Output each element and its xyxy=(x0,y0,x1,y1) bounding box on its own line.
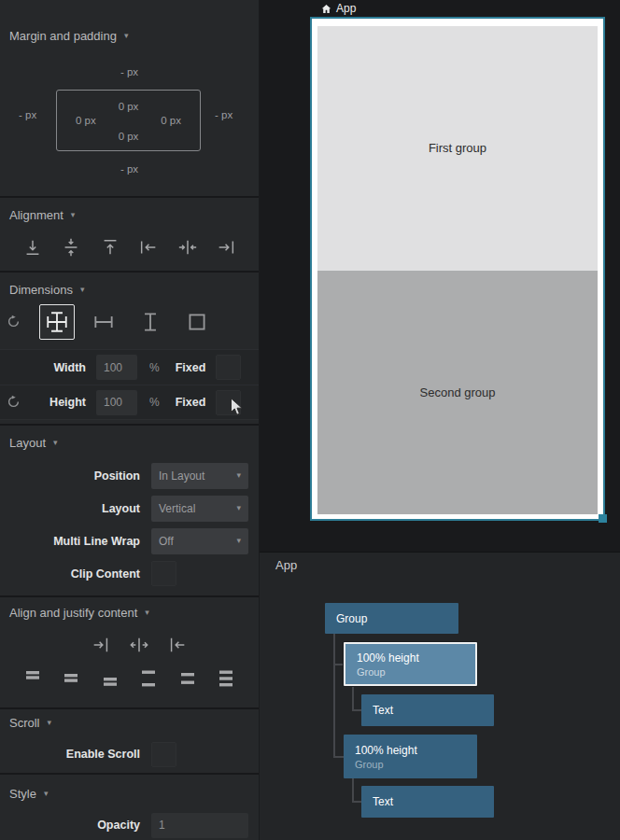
alignment-icon-row xyxy=(22,237,236,258)
section-title: Dimensions xyxy=(9,283,73,297)
section-title: Align and justify content xyxy=(9,606,137,620)
hierarchy-panel: App Group 100% height Group Text 100% he… xyxy=(260,552,620,840)
tree-node-100-height-selected[interactable]: 100% height Group xyxy=(344,642,477,686)
align-top-button[interactable] xyxy=(100,237,120,258)
section-header-layout[interactable]: Layout ▾ xyxy=(9,435,58,450)
reset-icon xyxy=(7,395,21,409)
padding-right-value[interactable]: 0 px xyxy=(161,114,181,127)
app-preview-frame[interactable]: First group Second group xyxy=(310,17,605,521)
tree-node-label: Group xyxy=(336,612,367,625)
app-root: Margin and padding ▾ - px - px - px - px… xyxy=(0,0,620,840)
align-center-button[interactable] xyxy=(177,237,198,258)
home-icon xyxy=(321,4,331,14)
section-style: Style ▾ Opacity xyxy=(0,775,259,840)
section-header-margin-padding[interactable]: Margin and padding ▾ xyxy=(9,28,128,43)
content-center-button[interactable] xyxy=(61,668,81,689)
size-fill-height-button[interactable] xyxy=(133,304,168,340)
hierarchy-title: App xyxy=(275,558,297,572)
first-group-label: First group xyxy=(429,141,486,155)
justify-start-button[interactable] xyxy=(167,635,188,655)
height-fixed-label: Fixed xyxy=(176,396,206,409)
justify-icon-row xyxy=(91,635,188,655)
content-stretch-button[interactable] xyxy=(216,668,236,689)
justify-center-button[interactable] xyxy=(129,635,149,655)
section-title: Alignment xyxy=(9,208,63,222)
resize-handle[interactable] xyxy=(599,514,607,523)
tree-node-label: Text xyxy=(373,704,393,717)
content-start-button[interactable] xyxy=(22,668,43,689)
justify-end-button[interactable] xyxy=(91,635,111,655)
tree-node-label: 100% height xyxy=(357,651,419,665)
size-fixed-button[interactable] xyxy=(179,304,215,340)
height-input[interactable] xyxy=(96,390,137,415)
margin-top-value[interactable]: - px xyxy=(0,65,259,78)
section-header-dimensions[interactable]: Dimensions ▾ xyxy=(9,282,84,297)
tree-node-100-height[interactable]: 100% height Group xyxy=(344,735,477,778)
enable-scroll-label: Enable Scroll xyxy=(0,748,151,761)
tree-node-text-2[interactable]: Text xyxy=(361,786,494,818)
chevron-down-icon: ▾ xyxy=(145,609,149,617)
margin-bottom-value[interactable]: - px xyxy=(0,162,259,175)
padding-bottom-value[interactable]: 0 px xyxy=(57,130,200,143)
tree-node-label: Text xyxy=(373,795,393,808)
tree-connector xyxy=(333,756,344,758)
margin-left-value[interactable]: - px xyxy=(19,108,36,121)
fixed-size-icon xyxy=(185,310,209,334)
enable-scroll-checkbox[interactable] xyxy=(151,742,176,767)
padding-left-value[interactable]: 0 px xyxy=(76,114,96,127)
content-space-around-icon xyxy=(177,668,198,689)
justify-start-icon xyxy=(167,635,188,655)
margin-right-value[interactable]: - px xyxy=(215,108,232,121)
section-header-alignment[interactable]: Alignment ▾ xyxy=(9,207,75,222)
section-scroll: Scroll ▾ Enable Scroll xyxy=(0,709,259,775)
padding-top-value[interactable]: 0 px xyxy=(57,100,200,113)
section-header-scroll[interactable]: Scroll ▾ xyxy=(9,715,51,730)
align-middle-icon xyxy=(61,237,81,258)
canvas-viewport[interactable]: App First group Second group xyxy=(260,0,620,552)
multi-line-wrap-dropdown[interactable]: Off ▾ xyxy=(151,528,248,554)
tree-node-text-1[interactable]: Text xyxy=(361,694,494,726)
chevron-down-icon: ▾ xyxy=(53,439,58,447)
position-dropdown[interactable]: In Layout ▾ xyxy=(151,463,248,489)
reset-height-button[interactable] xyxy=(6,395,21,410)
tree-node-group[interactable]: Group xyxy=(325,603,458,634)
section-header-style[interactable]: Style ▾ xyxy=(9,786,48,801)
section-title: Layout xyxy=(9,436,46,450)
right-area: App First group Second group App xyxy=(260,0,620,840)
content-end-icon xyxy=(100,668,120,689)
reset-size-mode-button[interactable] xyxy=(6,315,21,329)
section-margin-padding: Margin and padding ▾ - px - px - px - px… xyxy=(0,0,259,198)
content-space-between-button[interactable] xyxy=(138,668,159,689)
content-space-around-button[interactable] xyxy=(177,668,198,689)
chevron-down-icon: ▾ xyxy=(236,471,241,480)
width-fixed-checkbox[interactable] xyxy=(216,355,241,380)
width-fixed-label: Fixed xyxy=(176,361,206,374)
section-header-align-justify[interactable]: Align and justify content ▾ xyxy=(9,605,149,620)
content-end-button[interactable] xyxy=(100,668,120,689)
second-group[interactable]: Second group xyxy=(317,271,598,515)
width-input[interactable] xyxy=(96,355,137,380)
size-fill-both-button[interactable] xyxy=(39,304,75,340)
width-unit: % xyxy=(149,361,160,374)
layout-mode-dropdown[interactable]: Vertical ▾ xyxy=(151,496,248,522)
tree-node-label: 100% height xyxy=(355,744,417,757)
clip-content-label: Clip Content xyxy=(0,567,151,581)
section-layout: Layout ▾ Position In Layout ▾ Layout Ver… xyxy=(0,426,259,597)
clip-content-checkbox[interactable] xyxy=(151,561,176,586)
align-bottom-button[interactable] xyxy=(22,237,43,258)
size-fill-width-button[interactable] xyxy=(86,304,121,340)
tree-connector xyxy=(352,686,354,710)
content-start-icon xyxy=(22,668,43,689)
tree-connector xyxy=(352,778,354,802)
breadcrumb[interactable]: App xyxy=(321,2,356,15)
align-right-button[interactable] xyxy=(216,237,236,258)
height-fixed-checkbox[interactable] xyxy=(216,390,241,415)
enable-scroll-row: Enable Scroll xyxy=(0,737,259,771)
opacity-input[interactable] xyxy=(151,813,248,838)
align-middle-button[interactable] xyxy=(61,237,81,258)
tree-connector xyxy=(352,709,361,711)
tree-node-sublabel: Group xyxy=(357,666,386,678)
chevron-down-icon: ▾ xyxy=(236,537,241,545)
first-group[interactable]: First group xyxy=(317,26,598,271)
align-left-button[interactable] xyxy=(138,237,159,258)
